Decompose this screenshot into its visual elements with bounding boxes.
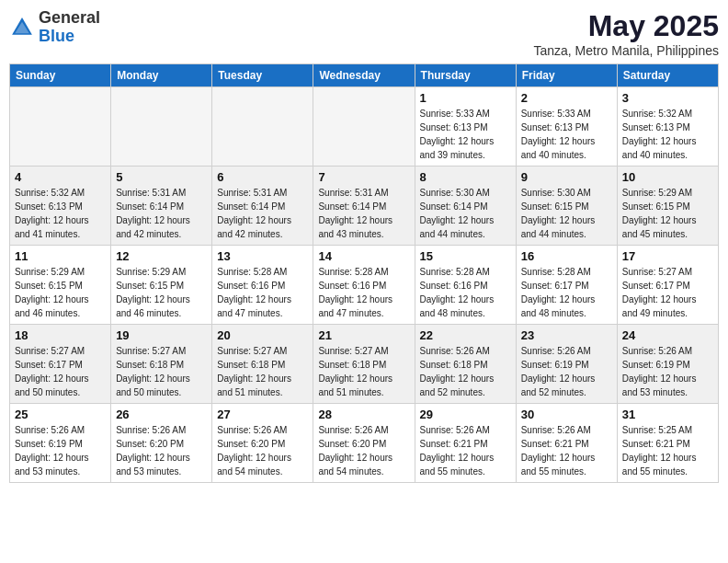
calendar-cell — [212, 87, 313, 167]
day-info: Sunrise: 5:26 AMSunset: 6:20 PMDaylight:… — [217, 423, 308, 478]
month-title: May 2025 — [533, 9, 719, 43]
day-number: 7 — [318, 170, 409, 184]
day-info: Sunrise: 5:26 AMSunset: 6:18 PMDaylight:… — [420, 344, 511, 399]
calendar-cell: 15Sunrise: 5:28 AMSunset: 6:16 PMDayligh… — [415, 246, 516, 325]
calendar-week-3: 11Sunrise: 5:29 AMSunset: 6:15 PMDayligh… — [10, 246, 719, 325]
day-number: 22 — [420, 328, 511, 342]
logo-icon — [9, 15, 35, 40]
calendar-cell: 26Sunrise: 5:26 AMSunset: 6:20 PMDayligh… — [111, 404, 212, 483]
day-number: 2 — [521, 91, 612, 105]
logo: General Blue — [9, 9, 100, 46]
calendar-cell: 25Sunrise: 5:26 AMSunset: 6:19 PMDayligh… — [10, 404, 111, 483]
day-info: Sunrise: 5:26 AMSunset: 6:20 PMDaylight:… — [318, 423, 409, 478]
calendar-cell: 24Sunrise: 5:26 AMSunset: 6:19 PMDayligh… — [617, 325, 718, 404]
day-number: 29 — [420, 408, 511, 421]
weekday-header-wednesday: Wednesday — [313, 64, 415, 87]
calendar-week-1: 1Sunrise: 5:33 AMSunset: 6:13 PMDaylight… — [10, 87, 719, 167]
day-info: Sunrise: 5:28 AMSunset: 6:16 PMDaylight:… — [318, 265, 409, 320]
day-info: Sunrise: 5:26 AMSunset: 6:21 PMDaylight:… — [521, 423, 612, 478]
calendar-cell: 4Sunrise: 5:32 AMSunset: 6:13 PMDaylight… — [10, 167, 111, 246]
day-number: 30 — [521, 408, 612, 421]
day-number: 3 — [622, 91, 713, 105]
weekday-header-monday: Monday — [111, 64, 212, 87]
logo-blue: Blue — [39, 27, 74, 45]
weekday-header-thursday: Thursday — [415, 64, 516, 87]
day-info: Sunrise: 5:27 AMSunset: 6:18 PMDaylight:… — [116, 344, 207, 399]
calendar-cell: 1Sunrise: 5:33 AMSunset: 6:13 PMDaylight… — [415, 87, 516, 167]
day-number: 20 — [217, 328, 308, 342]
day-number: 19 — [116, 328, 207, 342]
day-info: Sunrise: 5:25 AMSunset: 6:21 PMDaylight:… — [622, 423, 713, 478]
calendar-cell — [111, 87, 212, 167]
calendar-cell: 22Sunrise: 5:26 AMSunset: 6:18 PMDayligh… — [415, 325, 516, 404]
day-info: Sunrise: 5:31 AMSunset: 6:14 PMDaylight:… — [116, 186, 207, 241]
day-info: Sunrise: 5:28 AMSunset: 6:16 PMDaylight:… — [420, 265, 511, 320]
day-number: 28 — [318, 408, 409, 421]
weekday-header-tuesday: Tuesday — [212, 64, 313, 87]
day-info: Sunrise: 5:26 AMSunset: 6:19 PMDaylight:… — [521, 344, 612, 399]
calendar-cell: 14Sunrise: 5:28 AMSunset: 6:16 PMDayligh… — [313, 246, 415, 325]
calendar-cell: 20Sunrise: 5:27 AMSunset: 6:18 PMDayligh… — [212, 325, 313, 404]
day-number: 1 — [420, 91, 511, 105]
calendar-cell: 12Sunrise: 5:29 AMSunset: 6:15 PMDayligh… — [111, 246, 212, 325]
day-info: Sunrise: 5:27 AMSunset: 6:17 PMDaylight:… — [622, 265, 713, 320]
day-number: 10 — [622, 170, 713, 184]
calendar-cell: 27Sunrise: 5:26 AMSunset: 6:20 PMDayligh… — [212, 404, 313, 483]
day-info: Sunrise: 5:32 AMSunset: 6:13 PMDaylight:… — [15, 186, 106, 241]
weekday-header-friday: Friday — [516, 64, 617, 87]
weekday-header-saturday: Saturday — [617, 64, 718, 87]
day-number: 16 — [521, 249, 612, 263]
calendar-cell — [10, 87, 111, 167]
day-number: 13 — [217, 249, 308, 263]
calendar-cell: 21Sunrise: 5:27 AMSunset: 6:18 PMDayligh… — [313, 325, 415, 404]
logo-text: General Blue — [39, 9, 100, 46]
calendar-cell: 9Sunrise: 5:30 AMSunset: 6:15 PMDaylight… — [516, 167, 617, 246]
day-number: 5 — [116, 170, 207, 184]
weekday-header-row: SundayMondayTuesdayWednesdayThursdayFrid… — [10, 64, 719, 87]
title-block: May 2025 Tanza, Metro Manila, Philippine… — [533, 9, 719, 58]
day-info: Sunrise: 5:27 AMSunset: 6:17 PMDaylight:… — [15, 344, 106, 399]
calendar-cell: 7Sunrise: 5:31 AMSunset: 6:14 PMDaylight… — [313, 167, 415, 246]
calendar-cell: 19Sunrise: 5:27 AMSunset: 6:18 PMDayligh… — [111, 325, 212, 404]
calendar-cell: 29Sunrise: 5:26 AMSunset: 6:21 PMDayligh… — [415, 404, 516, 483]
day-number: 8 — [420, 170, 511, 184]
calendar-week-2: 4Sunrise: 5:32 AMSunset: 6:13 PMDaylight… — [10, 167, 719, 246]
calendar-cell: 28Sunrise: 5:26 AMSunset: 6:20 PMDayligh… — [313, 404, 415, 483]
calendar-cell: 23Sunrise: 5:26 AMSunset: 6:19 PMDayligh… — [516, 325, 617, 404]
calendar-cell — [313, 87, 415, 167]
day-info: Sunrise: 5:31 AMSunset: 6:14 PMDaylight:… — [217, 186, 308, 241]
day-number: 18 — [15, 328, 106, 342]
day-number: 24 — [622, 328, 713, 342]
day-info: Sunrise: 5:31 AMSunset: 6:14 PMDaylight:… — [318, 186, 409, 241]
day-info: Sunrise: 5:30 AMSunset: 6:14 PMDaylight:… — [420, 186, 511, 241]
calendar-cell: 11Sunrise: 5:29 AMSunset: 6:15 PMDayligh… — [10, 246, 111, 325]
calendar-cell: 17Sunrise: 5:27 AMSunset: 6:17 PMDayligh… — [617, 246, 718, 325]
day-number: 23 — [521, 328, 612, 342]
logo-general: General — [39, 8, 100, 27]
calendar-cell: 16Sunrise: 5:28 AMSunset: 6:17 PMDayligh… — [516, 246, 617, 325]
day-number: 31 — [622, 408, 713, 421]
calendar-week-5: 25Sunrise: 5:26 AMSunset: 6:19 PMDayligh… — [10, 404, 719, 483]
calendar-cell: 6Sunrise: 5:31 AMSunset: 6:14 PMDaylight… — [212, 167, 313, 246]
day-number: 6 — [217, 170, 308, 184]
calendar-cell: 30Sunrise: 5:26 AMSunset: 6:21 PMDayligh… — [516, 404, 617, 483]
day-info: Sunrise: 5:29 AMSunset: 6:15 PMDaylight:… — [622, 186, 713, 241]
day-number: 4 — [15, 170, 106, 184]
calendar-cell: 2Sunrise: 5:33 AMSunset: 6:13 PMDaylight… — [516, 87, 617, 167]
calendar-cell: 13Sunrise: 5:28 AMSunset: 6:16 PMDayligh… — [212, 246, 313, 325]
day-info: Sunrise: 5:32 AMSunset: 6:13 PMDaylight:… — [622, 107, 713, 162]
weekday-header-sunday: Sunday — [10, 64, 111, 87]
day-info: Sunrise: 5:33 AMSunset: 6:13 PMDaylight:… — [420, 107, 511, 162]
day-number: 27 — [217, 408, 308, 421]
day-info: Sunrise: 5:33 AMSunset: 6:13 PMDaylight:… — [521, 107, 612, 162]
day-info: Sunrise: 5:26 AMSunset: 6:21 PMDaylight:… — [420, 423, 511, 478]
day-number: 9 — [521, 170, 612, 184]
day-number: 14 — [318, 249, 409, 263]
calendar-cell: 3Sunrise: 5:32 AMSunset: 6:13 PMDaylight… — [617, 87, 718, 167]
day-number: 25 — [15, 408, 106, 421]
day-number: 15 — [420, 249, 511, 263]
day-info: Sunrise: 5:26 AMSunset: 6:19 PMDaylight:… — [15, 423, 106, 478]
day-number: 11 — [15, 249, 106, 263]
day-info: Sunrise: 5:28 AMSunset: 6:16 PMDaylight:… — [217, 265, 308, 320]
calendar-cell: 18Sunrise: 5:27 AMSunset: 6:17 PMDayligh… — [10, 325, 111, 404]
